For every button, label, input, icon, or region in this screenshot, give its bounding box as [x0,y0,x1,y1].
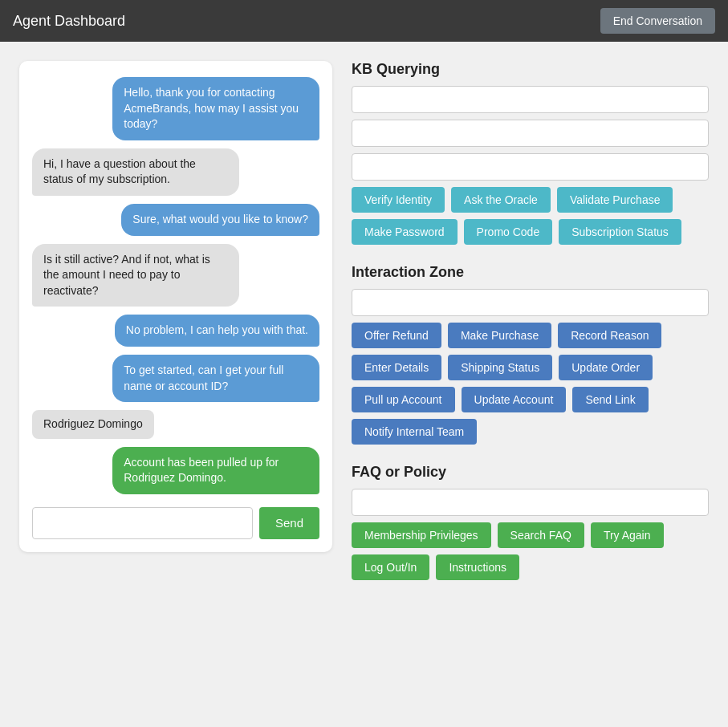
interaction-zone-buttons: Offer RefundMake PurchaseRecord ReasonEn… [352,323,709,445]
subscription-status-button[interactable]: Subscription Status [559,219,681,245]
interaction-zone-title: Interaction Zone [352,264,709,281]
make-password-button[interactable]: Make Password [352,219,458,245]
validate-purchase-button[interactable]: Validate Purchase [557,187,673,213]
chat-message: No problem, I can help you with that. [115,315,319,347]
verify-identity-button[interactable]: Verify Identity [352,187,445,213]
instructions-button[interactable]: Instructions [436,554,519,580]
try-again-button[interactable]: Try Again [591,522,664,548]
membership-privileges-button[interactable]: Membership Privileges [352,522,491,548]
make-purchase-button[interactable]: Make Purchase [448,323,551,348]
promo-code-button[interactable]: Promo Code [464,219,553,245]
right-panel: KB Querying Verify IdentityAsk the Oracl… [352,61,709,580]
faq-policy-buttons: Membership PrivilegesSearch FAQTry Again… [352,522,709,580]
update-order-button[interactable]: Update Order [559,355,653,380]
end-conversation-button[interactable]: End Conversation [600,8,715,34]
pull-up-account-button[interactable]: Pull up Account [352,387,455,412]
chat-message: To get started, can I get your full name… [112,355,319,402]
chat-message: Hello, thank you for contacting AcmeBran… [112,77,319,140]
kb-query-input-kb2[interactable] [352,120,709,147]
ask-oracle-button[interactable]: Ask the Oracle [451,187,551,213]
faq-policy-input[interactable] [352,489,709,516]
interaction-zone-section: Interaction Zone Offer RefundMake Purcha… [352,264,709,445]
chat-input-row: Send [32,507,319,539]
kb-querying-buttons: Verify IdentityAsk the OracleValidate Pu… [352,187,709,245]
shipping-status-button[interactable]: Shipping Status [448,355,552,380]
kb-querying-title: KB Querying [352,61,709,78]
faq-policy-section: FAQ or Policy Membership PrivilegesSearc… [352,464,709,580]
send-link-button[interactable]: Send Link [572,387,648,412]
record-reason-button[interactable]: Record Reason [558,323,661,348]
notify-internal-team-button[interactable]: Notify Internal Team [352,419,477,445]
main-layout: Hello, thank you for contacting AcmeBran… [0,42,728,599]
kb-querying-section: KB Querying Verify IdentityAsk the Oracl… [352,61,709,245]
header: Agent Dashboard End Conversation [0,0,728,42]
chat-message: Rodriguez Domingo [32,410,154,439]
enter-details-button[interactable]: Enter Details [352,355,441,380]
chat-input[interactable] [32,507,253,539]
chat-message: Sure, what would you like to know? [121,204,319,236]
chat-panel: Hello, thank you for contacting AcmeBran… [19,61,332,552]
page-title: Agent Dashboard [13,13,125,30]
kb-query-input-kb3[interactable] [352,153,709,181]
chat-message: Account has been pulled up for Rodriguez… [112,447,319,494]
chat-message: Hi, I have a question about the status o… [32,148,239,196]
chat-messages: Hello, thank you for contacting AcmeBran… [32,77,319,494]
chat-message: Is it still active? And if not, what is … [32,244,239,307]
faq-policy-title: FAQ or Policy [352,464,709,481]
kb-query-input-kb1[interactable] [352,86,709,113]
log-out-in-button[interactable]: Log Out/In [352,554,429,580]
send-button[interactable]: Send [259,507,319,539]
update-account-button[interactable]: Update Account [462,387,567,412]
offer-refund-button[interactable]: Offer Refund [352,323,441,348]
search-faq-button[interactable]: Search FAQ [498,522,584,548]
interaction-zone-input[interactable] [352,289,709,316]
